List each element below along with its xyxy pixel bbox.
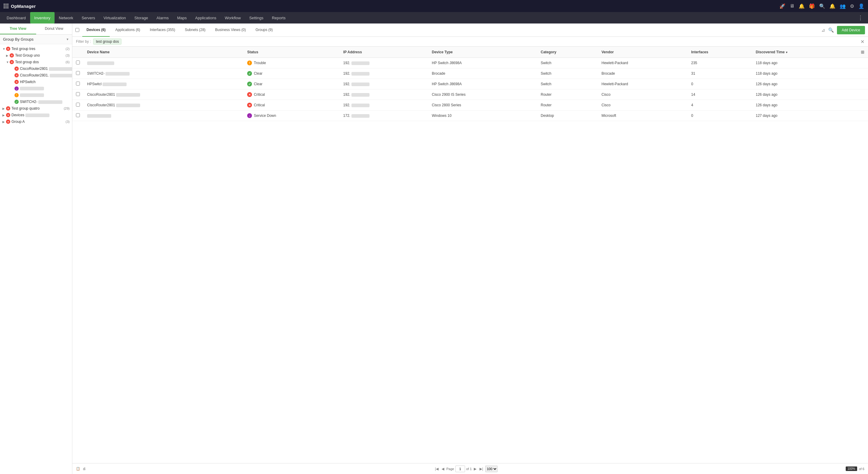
col-picker-icon[interactable]: ⊞: [861, 50, 864, 55]
tab-applications[interactable]: Applications (6): [111, 24, 144, 37]
export-icon[interactable]: 📋: [76, 467, 80, 471]
header-discovered-time[interactable]: Discovered Time: [752, 47, 857, 58]
rocket-icon[interactable]: 🚀: [779, 3, 785, 9]
header-ip-address[interactable]: IP Address: [340, 47, 428, 58]
row-checkbox[interactable]: [76, 81, 80, 86]
alert-icon[interactable]: 🔔: [830, 3, 835, 9]
tree-item-group-a[interactable]: ▶ ✕ Group A (3): [0, 118, 72, 125]
per-page-select[interactable]: 100 50 25: [485, 466, 498, 472]
tree-item-test-group-uno[interactable]: ▶ ✕ Test Group uno (3): [0, 52, 72, 59]
table-row: ↓ Service Down 172. Windows 10 Desktop M…: [72, 110, 868, 121]
tab-interfaces[interactable]: Interfaces (355): [146, 24, 179, 37]
row-checkbox[interactable]: [76, 103, 80, 107]
search-icon[interactable]: 🔍: [828, 27, 834, 33]
content-area: Devices (6) Applications (6) Interfaces …: [72, 24, 868, 474]
status-icon-critical: ✕: [14, 67, 19, 71]
tree-item-test-group-dos[interactable]: ▼ ✕ Test group dos (6): [0, 59, 72, 65]
page-input[interactable]: [456, 466, 465, 472]
status-icon-clear: ✓: [14, 100, 19, 104]
nav-maps[interactable]: Maps: [173, 12, 191, 24]
header-checkbox: [72, 47, 84, 58]
row-checkbox[interactable]: [76, 71, 80, 75]
table-row: CiscoRouter2801 ✕ Critical 192. Cisco 28…: [72, 100, 868, 110]
navbar-more-icon[interactable]: ⋮: [855, 14, 866, 21]
users-icon[interactable]: 👥: [840, 3, 846, 9]
nav-storage[interactable]: Storage: [130, 12, 153, 24]
header-col-picker[interactable]: ⊞: [857, 47, 868, 58]
row-checkbox[interactable]: [76, 113, 80, 117]
nav-workflow[interactable]: Workflow: [221, 12, 245, 24]
header-device-type[interactable]: Device Type: [428, 47, 537, 58]
nav-alarms[interactable]: Alarms: [152, 12, 173, 24]
tree-item-blurred-servicedown[interactable]: ↓: [0, 85, 72, 92]
print-icon[interactable]: 🖨: [83, 467, 86, 471]
tab-subnets[interactable]: Subnets (28): [181, 24, 210, 37]
cell-interfaces: 0: [687, 110, 752, 121]
gift-icon[interactable]: 🎁: [809, 3, 815, 9]
tree-label: Devices: [11, 113, 70, 117]
table-row: ! Trouble 192. HP Switch J8698A Switch H…: [72, 58, 868, 68]
devices-table: Device Name Status IP Address Device Typ…: [72, 47, 868, 121]
tree-count: (29): [64, 107, 70, 110]
tab-devices[interactable]: Devices (6): [82, 24, 110, 37]
cell-vendor: Hewlett-Packard: [598, 58, 687, 68]
select-all-checkbox[interactable]: [75, 28, 79, 32]
tree-item-cisco-2[interactable]: ✕ CiscoRouter2801.: [0, 72, 72, 78]
tree-item-cisco-1[interactable]: ✕ CiscoRouter2801: [0, 65, 72, 72]
row-checkbox[interactable]: [76, 61, 80, 64]
cell-status: ✕ Critical: [244, 100, 340, 110]
blurred-name: [116, 93, 140, 97]
cell-interfaces: 235: [687, 58, 752, 68]
filter-tag[interactable]: test group dos: [93, 39, 121, 44]
next-page-btn[interactable]: ▶: [473, 466, 477, 472]
header-interfaces[interactable]: Interfaces: [687, 47, 752, 58]
nav-applications[interactable]: Applications: [191, 12, 221, 24]
user-icon[interactable]: 👤: [858, 3, 864, 9]
blurred-name: [87, 114, 111, 118]
cell-category: Switch: [537, 58, 598, 68]
tree-item-hpswitch[interactable]: ✕ HPSwitch: [0, 78, 72, 85]
status-text: Critical: [254, 93, 265, 97]
nav-dashboard[interactable]: Dashboard: [2, 12, 30, 24]
tab-business-views[interactable]: Business Views (0): [211, 24, 250, 37]
nav-settings[interactable]: Settings: [245, 12, 268, 24]
nav-virtualization[interactable]: Virtualization: [99, 12, 130, 24]
nav-reports[interactable]: Reports: [268, 12, 290, 24]
filter-icon[interactable]: ⊿: [821, 27, 825, 33]
row-checkbox[interactable]: [76, 92, 80, 96]
tree-item-test-group-quatro[interactable]: ▶ ✕ Test group quatro (29): [0, 105, 72, 112]
nav-network[interactable]: Network: [55, 12, 78, 24]
filter-close-icon[interactable]: ✕: [861, 39, 864, 44]
monitor-icon[interactable]: 🖥: [789, 3, 795, 9]
tree-item-switch2[interactable]: ✓ SWITCH2-: [0, 99, 72, 105]
ip-blurred: [351, 104, 370, 107]
header-status[interactable]: Status: [244, 47, 340, 58]
ip-blurred: [351, 61, 370, 65]
header-vendor[interactable]: Vendor: [598, 47, 687, 58]
zoom-badge: 100%: [846, 467, 857, 471]
bell-outline-icon[interactable]: 🔔: [799, 3, 805, 9]
prev-page-btn[interactable]: ◀: [441, 466, 445, 472]
header-category[interactable]: Category: [537, 47, 598, 58]
tree-item-test-group-tres[interactable]: ▼ ✕ Test group tres (2): [0, 45, 72, 52]
topbar-icons: 🚀 🖥 🔔 🎁 🔍 🔔 👥 ⚙ 👤: [779, 3, 864, 9]
tab-donut-view[interactable]: Donut View: [36, 24, 72, 34]
nav-inventory[interactable]: Inventory: [30, 12, 55, 24]
add-device-button[interactable]: Add Device: [837, 26, 865, 34]
gear-icon[interactable]: ⚙: [850, 3, 854, 9]
nav-servers[interactable]: Servers: [78, 12, 99, 24]
search-top-icon[interactable]: 🔍: [819, 3, 825, 9]
group-by-select[interactable]: Group By Groups Group By Type Group By V…: [3, 37, 66, 41]
first-page-btn[interactable]: |◀: [434, 466, 439, 472]
table-row: HPSwitcl ✓ Clear 192. HP Switch J8698A S…: [72, 79, 868, 90]
last-page-btn[interactable]: ▶|: [478, 466, 484, 472]
tree-item-blurred-trouble[interactable]: !: [0, 92, 72, 99]
sidebar-group-selector[interactable]: Group By Groups Group By Type Group By V…: [0, 35, 72, 44]
tree-label: Test Group uno: [15, 53, 66, 58]
header-device-name[interactable]: Device Name: [84, 47, 244, 58]
page-count: of 6: [859, 467, 864, 471]
tab-tree-view[interactable]: Tree View: [0, 24, 36, 34]
cell-vendor: Microsoft: [598, 110, 687, 121]
tab-groups[interactable]: Groups (9): [251, 24, 277, 37]
tree-item-devices[interactable]: ▶ ✕ Devices: [0, 112, 72, 118]
